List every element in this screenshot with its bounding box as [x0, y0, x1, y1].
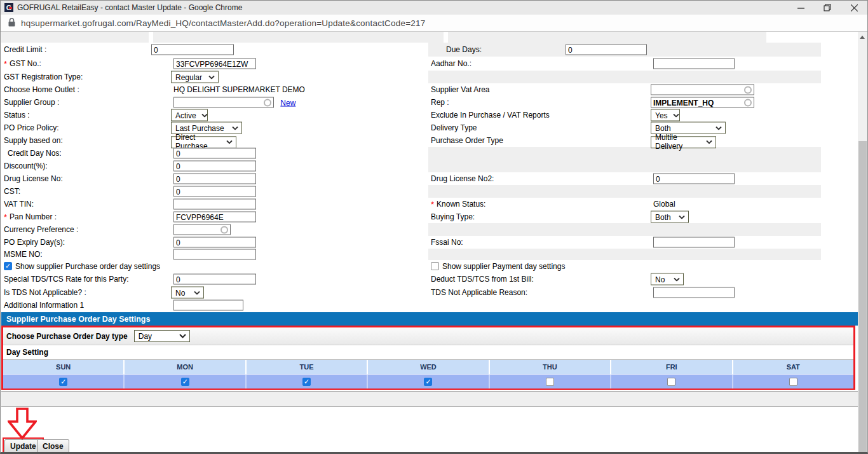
- show-po-day-settings-checkbox[interactable]: [4, 262, 12, 270]
- delivery-type-select[interactable]: Both: [651, 122, 726, 134]
- row-rep: Rep :: [428, 96, 858, 109]
- day-header-wed: WED: [368, 360, 489, 374]
- row-supplier-group: Supplier Group : New: [1, 96, 428, 109]
- row-po-expiry: PO Expiry Day(s):: [1, 236, 428, 249]
- day-settings-section-header: Supplier Purchase Order Day Settings: [1, 312, 858, 326]
- drug-license-no2-input[interactable]: [653, 174, 735, 184]
- lookup-icon[interactable]: [744, 99, 752, 106]
- deduct-tds-select[interactable]: No: [651, 273, 684, 285]
- rep-input[interactable]: [651, 97, 754, 108]
- chevron-down-icon: [194, 291, 200, 294]
- fssai-input[interactable]: [653, 237, 735, 248]
- day-checkbox-sun[interactable]: [59, 378, 67, 386]
- chevron-down-icon: [232, 126, 238, 130]
- row-gst-reg-type: GST Registration Type: Regular: [1, 71, 428, 83]
- msme-input[interactable]: [173, 249, 256, 260]
- row-status: Status : Active: [1, 109, 428, 121]
- row-home-outlet: Choose Home Outlet : HQ DELIGHT SUPERMAR…: [1, 83, 428, 96]
- day-checkbox-fri[interactable]: [667, 378, 675, 386]
- day-setting-label: Day Setting: [3, 345, 853, 360]
- delivery-type-label: Delivery Type: [431, 123, 477, 132]
- credit-limit-input[interactable]: [151, 45, 234, 55]
- po-expiry-input[interactable]: [173, 237, 256, 248]
- row-drug-license-no: Drug License No:: [1, 172, 428, 185]
- msme-label: MSME NO:: [4, 250, 43, 259]
- additional-info1-input[interactable]: [173, 300, 243, 311]
- is-tds-na-select[interactable]: No: [171, 287, 204, 299]
- required-icon: *: [431, 200, 434, 209]
- spacer-row: [428, 249, 858, 260]
- day-header-sun: SUN: [3, 360, 125, 374]
- supplier-vat-area-input[interactable]: [651, 85, 754, 95]
- row-exclude-reports: Exclude In Purchase / VAT Reports Yes: [428, 109, 858, 121]
- exclude-reports-select[interactable]: Yes: [651, 109, 680, 121]
- required-icon: *: [4, 212, 7, 222]
- credit-day-nos-input[interactable]: [173, 148, 256, 159]
- drug-license-no-label: Drug License No:: [4, 174, 63, 183]
- row-due-days: Due Days:: [428, 43, 858, 57]
- gst-reg-type-select[interactable]: Regular: [171, 71, 219, 83]
- known-status-label: Known Status:: [437, 200, 485, 209]
- day-header-sat: SAT: [733, 360, 853, 374]
- day-header-fri: FRI: [611, 360, 733, 374]
- contact-master-form: Credit Limit : *GST No.: GST Registratio…: [1, 32, 858, 454]
- row-cst: CST:: [1, 185, 428, 198]
- show-payment-day-settings-checkbox[interactable]: [431, 262, 439, 270]
- supplier-group-new-link[interactable]: New: [280, 98, 295, 107]
- special-tds-input[interactable]: [173, 274, 256, 285]
- row-purchase-order-type: Purchase Order Type Multile Delivery: [428, 134, 858, 147]
- show-payment-day-settings-label: Show supplier Payment day settings: [442, 262, 565, 271]
- po-price-policy-select[interactable]: Last Purchase: [171, 122, 242, 134]
- credit-day-nos-label: Credit Day Nos:: [8, 149, 62, 158]
- close-button[interactable]: Close: [37, 439, 69, 453]
- url-text[interactable]: hqsupermarket.gofrugal.com/RayMedi_HQ/co…: [21, 18, 425, 28]
- cst-label: CST:: [4, 187, 20, 196]
- chevron-down-icon: [674, 277, 680, 281]
- row-pan-number: *Pan Number :: [1, 210, 428, 223]
- supplier-vat-area-label: Supplier Vat Area: [431, 85, 490, 94]
- row-gst-no: *GST No.:: [1, 57, 428, 71]
- lookup-icon[interactable]: [744, 86, 752, 93]
- gst-no-input[interactable]: [173, 58, 256, 69]
- vat-tin-input[interactable]: [173, 199, 256, 210]
- day-type-select[interactable]: Day: [134, 330, 190, 342]
- supply-based-on-select[interactable]: Direct Purchase: [171, 136, 236, 148]
- chevron-down-icon: [673, 113, 679, 117]
- lock-icon: [8, 18, 15, 29]
- credit-limit-label: Credit Limit :: [4, 45, 46, 54]
- row-supplier-vat-area: Supplier Vat Area: [428, 83, 858, 96]
- row-show-po-day-settings: Show supplier Purchase order day setting…: [1, 260, 428, 273]
- pan-number-input[interactable]: [173, 212, 256, 223]
- purchase-order-type-select[interactable]: Multile Delivery: [651, 136, 716, 148]
- tds-na-reason-input[interactable]: [653, 287, 735, 298]
- drug-license-no-input[interactable]: [173, 174, 256, 184]
- day-checkbox-tue[interactable]: [302, 378, 311, 386]
- day-checkbox-mon[interactable]: [181, 378, 189, 386]
- cst-input[interactable]: [173, 186, 256, 197]
- discount-input[interactable]: [173, 161, 256, 172]
- show-po-day-settings-label: Show supplier Purchase order day setting…: [15, 262, 160, 271]
- minimize-button[interactable]: [787, 1, 814, 15]
- day-checkbox-wed[interactable]: [424, 378, 432, 386]
- buying-type-select[interactable]: Both: [651, 211, 689, 223]
- close-window-button[interactable]: [841, 1, 867, 15]
- status-select[interactable]: Active: [171, 109, 208, 121]
- row-delivery-type: Delivery Type Both: [428, 121, 858, 134]
- scrollbar-thumb[interactable]: [858, 141, 867, 454]
- supplier-group-input[interactable]: [173, 97, 274, 108]
- discount-label: Discount(%):: [4, 162, 48, 170]
- day-checkbox-thu[interactable]: [546, 378, 554, 386]
- lookup-icon[interactable]: [264, 99, 271, 106]
- address-bar[interactable]: hqsupermarket.gofrugal.com/RayMedi_HQ/co…: [1, 15, 867, 32]
- scroll-up-arrow-icon[interactable]: [857, 32, 867, 43]
- due-days-input[interactable]: [566, 45, 647, 55]
- aadhar-input[interactable]: [653, 58, 735, 69]
- restore-button[interactable]: [814, 1, 841, 15]
- row-additional-info1: Additional Information 1: [1, 299, 428, 311]
- day-checkbox-sat[interactable]: [789, 378, 797, 386]
- vertical-scrollbar[interactable]: [857, 32, 867, 454]
- fssai-label: Fssai No:: [431, 238, 463, 247]
- known-status-value: Global: [653, 200, 675, 209]
- lookup-icon[interactable]: [220, 226, 228, 233]
- update-button[interactable]: Update: [4, 439, 42, 453]
